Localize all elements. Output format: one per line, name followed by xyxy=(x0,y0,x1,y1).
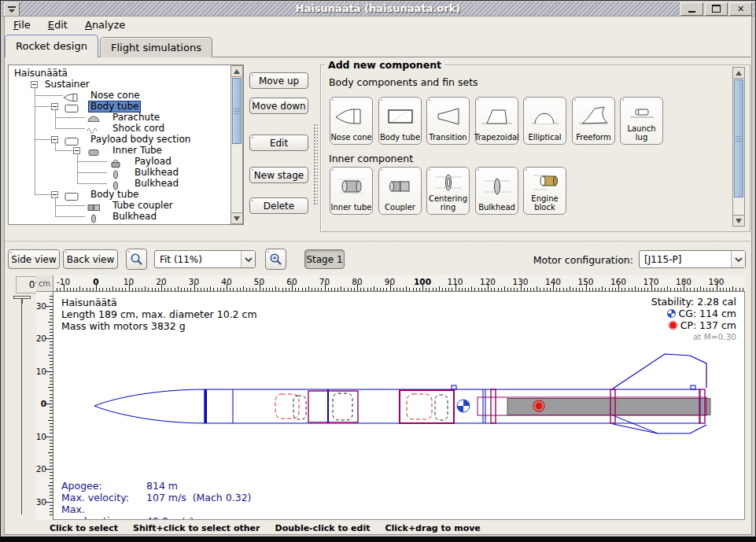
motor-configuration-select[interactable]: [J115-P] xyxy=(639,250,746,268)
ruler-tick xyxy=(710,288,710,291)
tree-item-bulkhead[interactable]: Bulkhead xyxy=(111,212,158,222)
ruler-tick xyxy=(295,288,296,291)
add-bulkhead-button[interactable]: Bulkhead xyxy=(475,167,518,215)
tree-item-tube-coupler[interactable]: Tube coupler xyxy=(111,201,175,211)
ruler-tick xyxy=(621,288,622,291)
move-up-button[interactable]: Move up xyxy=(249,72,308,89)
ruler-label: 10 xyxy=(36,432,46,441)
move-down-button[interactable]: Move down xyxy=(249,98,308,114)
tree-item-shock-cord[interactable]: Shock cord xyxy=(111,124,166,134)
scroll-thumb[interactable] xyxy=(232,78,242,144)
tree-item-inner-tube[interactable]: Inner Tube xyxy=(111,146,164,156)
ruler-tick xyxy=(596,288,596,291)
add-centering-ring-button[interactable]: Centering ring xyxy=(426,167,470,215)
scroll-up-button[interactable] xyxy=(231,66,242,77)
horizontal-splitter[interactable] xyxy=(5,241,750,242)
ruler-tick xyxy=(48,355,53,356)
back-view-button[interactable]: Back view xyxy=(63,249,118,269)
tree-expander[interactable] xyxy=(51,191,58,198)
ruler-tick xyxy=(524,288,525,291)
add-body-tube-button[interactable]: Body tube xyxy=(378,97,422,145)
zoom-select[interactable]: Fit (11%) xyxy=(154,250,256,268)
ruler-tick xyxy=(354,288,355,291)
add-transition-button[interactable]: Transition xyxy=(426,97,470,145)
add-freeform-button[interactable]: Freeform xyxy=(572,97,615,145)
tree-item-sustainer[interactable]: Sustainer xyxy=(43,79,91,90)
zoom-in-button[interactable] xyxy=(265,249,286,270)
tree-item-body-tube[interactable]: Body tube xyxy=(88,101,141,112)
scroll-up-button[interactable] xyxy=(733,68,744,79)
ruler-tick xyxy=(723,288,724,291)
bulkhead-icon xyxy=(107,179,124,188)
ruler-tick xyxy=(116,288,116,291)
tree-expander[interactable] xyxy=(31,81,38,88)
splitter-handle[interactable] xyxy=(313,124,318,206)
scroll-down-button[interactable] xyxy=(733,215,744,226)
inner-tube-icon xyxy=(85,146,102,155)
tree-scrollbar[interactable] xyxy=(230,65,243,224)
tree-connector xyxy=(55,216,85,217)
tree-item-payload[interactable]: Payload xyxy=(133,157,173,167)
tree-expander[interactable] xyxy=(73,147,80,154)
tree-item-payload-body-section[interactable]: Payload body section xyxy=(89,135,192,145)
menu-file[interactable]: File xyxy=(6,17,38,32)
close-button[interactable]: ✕ xyxy=(729,2,752,16)
tree-connector xyxy=(77,154,78,183)
ruler-tick xyxy=(112,286,113,291)
ruler-tick xyxy=(566,288,567,291)
scroll-thumb[interactable] xyxy=(734,79,743,197)
add-engine-block-button[interactable]: Engine block xyxy=(523,167,566,215)
rotation-slider-handle[interactable] xyxy=(13,296,31,304)
edit-button[interactable]: Edit xyxy=(249,135,308,151)
component-panel-scrollbar[interactable] xyxy=(732,67,745,227)
delete-button[interactable]: Delete xyxy=(249,197,308,214)
add-trapezoidal-button[interactable]: Trapezoidal xyxy=(475,97,518,145)
chevron-down-icon[interactable] xyxy=(241,251,255,267)
ruler-tick xyxy=(426,288,426,291)
tree-item-nose-cone[interactable]: Nose cone xyxy=(89,90,142,101)
ruler-tick xyxy=(217,288,218,291)
menu-analyze[interactable]: Analyze xyxy=(78,17,132,32)
tree-expander[interactable] xyxy=(51,136,58,143)
ruler-tick xyxy=(99,288,100,291)
ruler-tick xyxy=(187,288,188,291)
rocket-canvas[interactable]: Haisunäätä Length 189 cm, max. diameter … xyxy=(53,292,745,520)
tree-item-body-tube[interactable]: Body tube xyxy=(89,190,140,200)
zoom-out-button[interactable] xyxy=(126,249,147,270)
tree-item-parachute[interactable]: Parachute xyxy=(111,112,161,123)
component-label: Elliptical xyxy=(528,134,561,142)
add-coupler-button[interactable]: Coupler xyxy=(378,167,422,215)
menu-edit[interactable]: Edit xyxy=(41,17,75,32)
ruler-tick xyxy=(50,381,53,382)
add-nose-cone-button[interactable]: Nose cone xyxy=(330,97,373,145)
add-elliptical-button[interactable]: Elliptical xyxy=(523,97,566,145)
ruler-tick xyxy=(321,288,322,291)
ruler-tick xyxy=(374,286,374,291)
add-launch-lug-button[interactable]: Launch lug xyxy=(620,97,663,145)
component-tree[interactable]: HaisunäätäSustainerNose coneBody tubePar… xyxy=(8,65,244,225)
side-view-button[interactable]: Side view xyxy=(8,249,60,269)
tab-rocket-design[interactable]: Rocket design xyxy=(5,35,98,57)
stage-1-toggle[interactable]: Stage 1 xyxy=(304,249,345,269)
rotation-slider-track[interactable] xyxy=(21,304,22,514)
add-inner-tube-button[interactable]: Inner tube xyxy=(330,167,373,215)
flight-stat-row: Max. velocity:107 m/s (Mach 0.32) xyxy=(61,492,251,503)
maximize-button[interactable] xyxy=(705,2,728,16)
new-stage-button[interactable]: New stage xyxy=(249,167,308,183)
component-label: Transition xyxy=(429,134,467,142)
scroll-down-button[interactable] xyxy=(231,212,242,223)
ruler-tick xyxy=(674,288,675,291)
tab-flight-simulations[interactable]: Flight simulations xyxy=(100,37,212,57)
chevron-down-icon[interactable] xyxy=(731,251,745,267)
tree-item-bulkhead[interactable]: Bulkhead xyxy=(133,179,180,189)
tree-item-bulkhead[interactable]: Bulkhead xyxy=(133,168,180,178)
ruler-tick xyxy=(171,288,171,291)
minimize-button[interactable] xyxy=(680,2,703,16)
titlebar[interactable]: Haisunäätä (haisunaata.ork) ✕ xyxy=(2,2,754,17)
tree-item-haisunäätä[interactable]: Haisunäätä xyxy=(13,68,69,79)
ruler-tick xyxy=(305,288,306,291)
stability-value: Stability: 2.28 cal xyxy=(651,296,736,308)
tree-expander[interactable] xyxy=(51,103,58,110)
ruler-tick xyxy=(474,288,475,291)
elliptical-icon xyxy=(524,98,566,134)
